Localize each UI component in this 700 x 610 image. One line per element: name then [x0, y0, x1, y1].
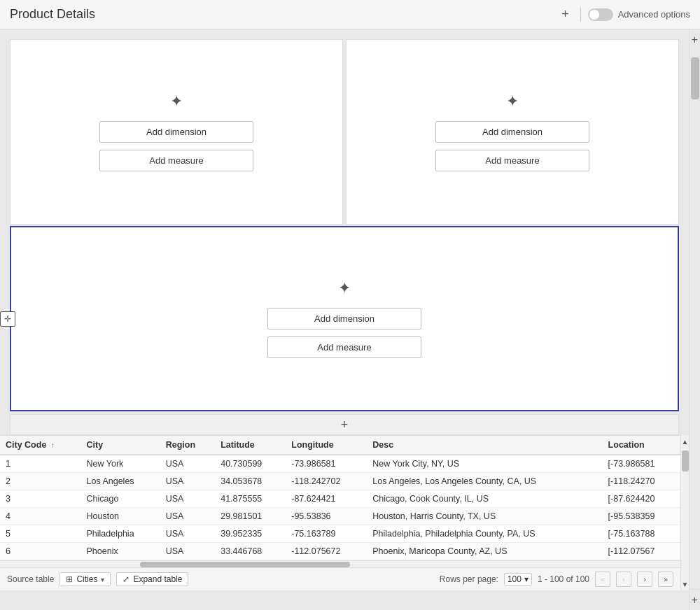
col-header-latitude[interactable]: Latitude: [215, 436, 286, 455]
table-row: 1New YorkUSA40.730599-73.986581New York …: [0, 455, 680, 473]
table-body: 1New YorkUSA40.730599-73.986581New York …: [0, 455, 680, 560]
panel-2: ✦ Add dimension Add measure: [346, 39, 679, 225]
add-row-icon: +: [341, 418, 349, 432]
add-measure-button-1[interactable]: Add measure: [99, 150, 253, 171]
top-panels-row: ✦ Add dimension Add measure ✦ Add dimens…: [0, 29, 689, 225]
table-cell: New York: [80, 455, 160, 473]
table-row: 3ChicagoUSA41.875555-87.624421Chicago, C…: [0, 490, 680, 508]
table-cell: 33.446768: [215, 543, 286, 560]
col-header-longitude[interactable]: Longitude: [286, 436, 367, 455]
table-cell: -73.986581: [286, 455, 367, 473]
table-cell: 29.981501: [215, 508, 286, 525]
col-header-location[interactable]: Location: [603, 436, 680, 455]
add-measure-button-3[interactable]: Add measure: [267, 336, 421, 358]
table-header-row: City Code ↑ City Region Latitude Longitu…: [0, 436, 680, 455]
table-cell: [-73.986581: [603, 455, 680, 473]
panel-1: ✦ Add dimension Add measure: [10, 39, 343, 225]
nav-first-button[interactable]: «: [595, 572, 610, 587]
table-cell: Chicago, Cook County, IL, US: [367, 490, 602, 508]
expand-icon: ⤢: [122, 574, 130, 584]
table-cell: Los Angeles: [80, 473, 160, 490]
page-title: Product Details: [10, 7, 95, 22]
table-name: Cities: [76, 574, 97, 584]
add-dimension-button-1[interactable]: Add dimension: [99, 121, 253, 143]
advanced-options-toggle[interactable]: [588, 8, 613, 21]
table-cell: Phoenix: [80, 543, 160, 560]
nav-next-button[interactable]: ›: [637, 572, 652, 587]
table-cell: 6: [0, 543, 80, 560]
table-cell: -75.163789: [286, 525, 367, 543]
table-footer: Source table ⊞ Cities ▾ ⤢ Expand table R…: [0, 567, 680, 590]
page-header: Product Details + Advanced options: [0, 0, 700, 29]
table-cell: Los Angeles, Los Angeles County, CA, US: [367, 473, 602, 490]
table-icon: ⊞: [66, 574, 73, 584]
toggle-container: Advanced options: [588, 8, 690, 21]
table-cell: USA: [160, 525, 216, 543]
scroll-thumb: [140, 562, 350, 567]
table-row: 2Los AngelesUSA34.053678-118.242702Los A…: [0, 473, 680, 490]
table-cell: -118.242702: [286, 473, 367, 490]
divider: [580, 8, 581, 22]
table-row: 4HoustonUSA29.981501-95.53836Houston, Ha…: [0, 508, 680, 525]
rows-per-page-select[interactable]: 100 ▾: [504, 573, 532, 586]
col-header-region[interactable]: Region: [160, 436, 216, 455]
right-rail-plus-top[interactable]: +: [690, 29, 700, 50]
table-cell: Houston: [80, 508, 160, 525]
table-scroll-track: [681, 448, 689, 578]
nav-last-button[interactable]: »: [658, 572, 673, 587]
add-row-bar[interactable]: +: [10, 414, 679, 435]
table-cell: 5: [0, 525, 80, 543]
table-cell: USA: [160, 543, 216, 560]
panels-scroll-thumb: [691, 57, 699, 99]
table-cell: 2: [0, 473, 80, 490]
add-dimension-button-3[interactable]: Add dimension: [267, 308, 421, 329]
advanced-options-label: Advanced options: [618, 9, 690, 20]
add-dimension-button-2[interactable]: Add dimension: [435, 121, 589, 143]
table-cell: New York City, NY, US: [367, 455, 602, 473]
panel-3: ✦ Add dimension Add measure: [10, 226, 679, 411]
panels-scroll-track: [690, 50, 700, 589]
move-handle[interactable]: ✛: [0, 311, 15, 327]
chevron-down-icon: ▾: [101, 576, 104, 583]
table-vertical-scrollbar[interactable]: ▲ ▼: [680, 435, 689, 590]
table-scroll-up[interactable]: ▲: [681, 435, 689, 448]
table-scroll-thumb: [682, 451, 689, 471]
table-cell: [-118.24270: [603, 473, 680, 490]
table-cell: 4: [0, 508, 80, 525]
table-cell: -95.53836: [286, 508, 367, 525]
page-info: 1 - 100 of 100: [538, 574, 589, 584]
expand-table-button[interactable]: ⤢ Expand table: [116, 572, 188, 586]
source-table-label: Source table: [7, 574, 54, 584]
expand-label: Expand table: [133, 574, 182, 584]
table-cell: Houston, Harris County, TX, US: [367, 508, 602, 525]
table-cell: 34.053678: [215, 473, 286, 490]
add-button[interactable]: +: [557, 6, 573, 23]
source-table-selector[interactable]: ⊞ Cities ▾: [59, 572, 111, 586]
bottom-panel-wrapper: ✛ ✦ Add dimension Add measure: [0, 226, 689, 411]
rows-per-page-value: 100: [507, 574, 522, 584]
rows-chevron-icon: ▾: [524, 574, 528, 584]
sort-icon: ↑: [51, 441, 55, 449]
col-header-city[interactable]: City: [80, 436, 160, 455]
add-measure-button-2[interactable]: Add measure: [435, 150, 589, 171]
table-cell: -87.624421: [286, 490, 367, 508]
table-row: 5PhiladelphiaUSA39.952335-75.163789Phila…: [0, 525, 680, 543]
table-section: City Code ↑ City Region Latitude Longitu…: [0, 435, 680, 560]
panel-2-content: ✦ Add dimension Add measure: [435, 92, 589, 171]
right-rail-plus-bottom[interactable]: +: [690, 589, 700, 610]
table-cell: 39.952335: [215, 525, 286, 543]
nav-prev-button[interactable]: ‹: [616, 572, 631, 587]
footer-right: Rows per page: 100 ▾ 1 - 100 of 100 « ‹ …: [440, 572, 673, 587]
horizontal-scrollbar[interactable]: [0, 560, 680, 567]
table-cell: Chicago: [80, 490, 160, 508]
col-header-desc[interactable]: Desc: [367, 436, 602, 455]
main-layout: ✦ Add dimension Add measure ✦ Add dimens…: [0, 29, 700, 610]
table-scroll-down[interactable]: ▼: [681, 578, 689, 590]
table-cell: -112.075672: [286, 543, 367, 560]
col-header-city-code[interactable]: City Code ↑: [0, 436, 80, 455]
table-cell: Phoenix, Maricopa County, AZ, US: [367, 543, 602, 560]
magic-wand-icon-2: ✦: [506, 92, 519, 111]
table-cell: Philadelphia, Philadelphia County, PA, U…: [367, 525, 602, 543]
table-content: City Code ↑ City Region Latitude Longitu…: [0, 435, 680, 590]
data-table: City Code ↑ City Region Latitude Longitu…: [0, 436, 680, 560]
